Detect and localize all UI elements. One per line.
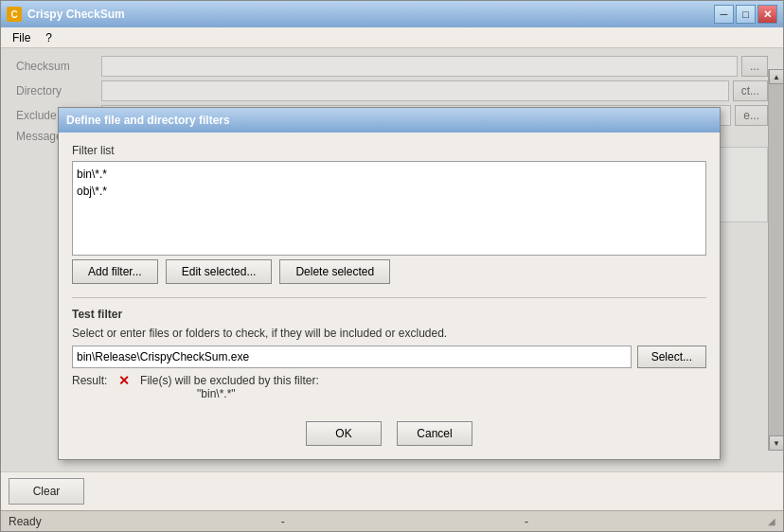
- dialog-title-bar: Define file and directory filters: [59, 108, 720, 133]
- filter-list-section: Filter list bin\*.* obj\*.* Add filter..…: [72, 144, 706, 284]
- title-bar-left: C Crispy CheckSum: [7, 7, 125, 22]
- test-filter-row: Select...: [72, 346, 706, 368]
- filter-list-label: Filter list: [72, 144, 706, 157]
- select-button[interactable]: Select...: [637, 346, 706, 368]
- bottom-row: Clear: [1, 471, 783, 510]
- edit-selected-button[interactable]: Edit selected...: [166, 259, 273, 284]
- status-sep1: -: [281, 515, 285, 528]
- filter-item-1: obj\*.*: [77, 183, 702, 200]
- status-bar: Ready - - ◢: [1, 510, 783, 531]
- result-filter-value: "bin\*.*": [197, 387, 236, 400]
- dialog-footer: OK Cancel: [59, 412, 720, 459]
- close-button[interactable]: ✕: [757, 5, 777, 24]
- filter-item-0: bin\*.*: [77, 166, 702, 183]
- cancel-button[interactable]: Cancel: [397, 421, 472, 446]
- filter-dialog: Define file and directory filters Filter…: [58, 107, 721, 460]
- minimize-button[interactable]: ─: [714, 5, 734, 24]
- title-bar-buttons: ─ □ ✕: [714, 5, 777, 24]
- bg-content: Checksum ... Directory ct... Exclude e..…: [1, 48, 783, 471]
- result-label: Result:: [72, 374, 107, 387]
- test-filter-section: Test filter Select or enter files or fol…: [72, 293, 706, 400]
- menu-bar: File ?: [1, 27, 783, 48]
- main-window: C Crispy CheckSum ─ □ ✕ File ? Checksum …: [0, 0, 784, 532]
- test-path-input[interactable]: [72, 346, 632, 368]
- result-message: File(s) will be excluded by this filter:…: [140, 374, 319, 400]
- result-error-icon: ✕: [118, 373, 130, 388]
- dialog-body: Filter list bin\*.* obj\*.* Add filter..…: [59, 133, 720, 412]
- clear-button[interactable]: Clear: [9, 478, 84, 505]
- window-title: Crispy CheckSum: [27, 8, 125, 21]
- menu-file[interactable]: File: [5, 29, 38, 46]
- delete-selected-button[interactable]: Delete selected: [279, 259, 390, 284]
- test-filter-label: Test filter: [72, 308, 706, 321]
- menu-help[interactable]: ?: [38, 29, 60, 46]
- result-row: Result: ✕ File(s) will be excluded by th…: [72, 374, 706, 400]
- section-divider: [72, 297, 706, 298]
- add-filter-button[interactable]: Add filter...: [72, 259, 158, 284]
- resize-corner: ◢: [768, 516, 775, 526]
- status-sep2: -: [525, 515, 528, 528]
- dialog-title: Define file and directory filters: [66, 114, 230, 127]
- filter-list-box[interactable]: bin\*.* obj\*.*: [72, 161, 706, 256]
- filter-buttons: Add filter... Edit selected... Delete se…: [72, 259, 706, 284]
- title-bar: C Crispy CheckSum ─ □ ✕: [1, 1, 783, 27]
- status-text: Ready: [9, 515, 42, 528]
- app-icon: C: [7, 7, 22, 22]
- maximize-button[interactable]: □: [736, 5, 756, 24]
- ok-button[interactable]: OK: [306, 421, 382, 446]
- test-filter-desc: Select or enter files or folders to chec…: [72, 327, 706, 340]
